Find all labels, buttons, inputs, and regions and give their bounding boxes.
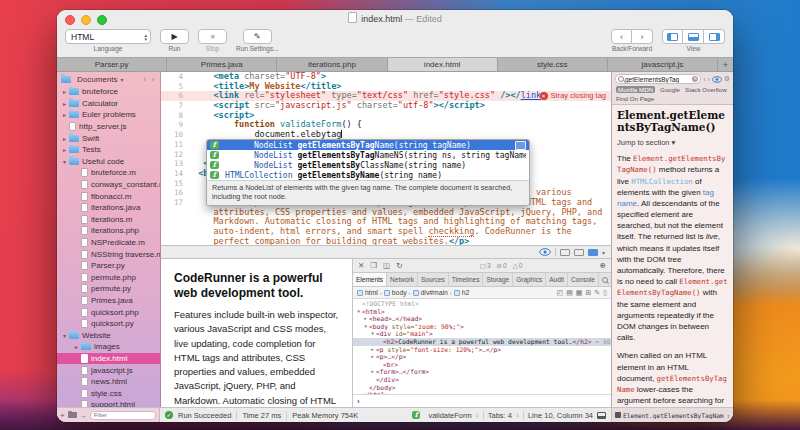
sidebar-item-news.html[interactable]: news.html	[57, 376, 160, 388]
sidebar-item-iterations.php[interactable]: iterations.php	[57, 225, 160, 237]
disclosure-icon[interactable]: ▼	[362, 323, 369, 331]
eye-icon[interactable]	[712, 76, 722, 83]
disclosure-icon[interactable]: ▶	[362, 315, 369, 323]
dom-tree-row[interactable]: ▼<body style="zoom: 90%;">	[353, 323, 611, 331]
tab-javascript.js[interactable]: javascript.js	[608, 58, 718, 71]
chevron-down-icon[interactable]: ▾	[602, 249, 605, 256]
device-icon[interactable]: ▯	[603, 289, 607, 297]
close-inspector-icon[interactable]: ✕	[358, 261, 364, 270]
console-prompt[interactable]: ›	[353, 394, 611, 407]
view-right-panel-button[interactable]	[704, 29, 725, 44]
docs-source-Mozilla MDN[interactable]: Mozilla MDN	[616, 86, 655, 93]
disclosure-icon[interactable]: ▼	[355, 308, 362, 316]
sidebar-item-Parser.py[interactable]: Parser.py	[57, 260, 160, 272]
resources-badge[interactable]: ▢3	[480, 262, 491, 270]
docs-back-button[interactable]: ‹	[703, 76, 705, 83]
filter-field[interactable]	[90, 411, 156, 420]
sidebar-history-buttons[interactable]: ‹ ›	[143, 76, 156, 83]
docs-source-Find On Page[interactable]: Find On Page	[616, 95, 654, 102]
zoom-button[interactable]	[97, 15, 107, 25]
edit-icon[interactable]: ✎	[594, 289, 600, 297]
dom-tree-row[interactable]: ▶<form>…</form>	[353, 368, 611, 376]
docs-search-field[interactable]: ✕	[615, 74, 701, 84]
disclosure-icon[interactable]: ▼	[369, 330, 376, 338]
inspector-tab-Network[interactable]: Network	[387, 273, 418, 286]
code-editor[interactable]: 4 <meta charset="UTF-8">5 <title>My Webs…	[161, 72, 611, 245]
add-file-button[interactable]: +	[60, 411, 65, 420]
search-icon[interactable]	[602, 277, 608, 283]
sidebar-item-conways_constant.m[interactable]: conways_constant.m	[57, 179, 160, 191]
sidebar-item-Website[interactable]: ▾Website	[57, 329, 160, 341]
sidebar-item-index.html[interactable]: index.html	[57, 353, 160, 365]
select-parent-icon[interactable]: ◰	[557, 289, 564, 297]
inspector-tab-Graphics[interactable]: Graphics	[513, 273, 546, 286]
inspector-tab-Storage[interactable]: Storage	[483, 273, 513, 286]
view-bottom-panel-button[interactable]	[683, 29, 704, 44]
grid-icon[interactable]: ⊞	[585, 289, 591, 297]
tab-iterations.php[interactable]: iterations.php	[277, 58, 387, 71]
dom-tree-row[interactable]: </div>	[353, 376, 611, 384]
close-button[interactable]	[65, 15, 75, 25]
new-tab-button[interactable]: +	[718, 58, 733, 71]
sidebar-item-javascript.js[interactable]: javascript.js	[57, 364, 160, 376]
sidebar-item-quicksort.php[interactable]: quicksort.php	[57, 306, 160, 318]
dock-bottom-icon[interactable]: ◫	[383, 261, 390, 270]
toggle-console-icon[interactable]	[597, 412, 606, 419]
tabs-setting[interactable]: Tabs: 4	[488, 411, 512, 420]
docs-link-icon[interactable]	[515, 141, 526, 150]
inspect-element-icon[interactable]: ⊕	[600, 261, 606, 270]
sidebar-item-Useful code[interactable]: ▾Useful code	[57, 156, 160, 168]
reload-icon[interactable]: ↻	[396, 261, 402, 270]
disclosure-icon[interactable]: ▶	[369, 368, 376, 376]
sidebar-item-style.css[interactable]: style.css	[57, 387, 160, 399]
sidebar-item-fibonacci.m[interactable]: fibonacci.m	[57, 190, 160, 202]
disclosure-icon[interactable]: ▶	[369, 346, 376, 354]
layout-split-icon[interactable]	[574, 249, 584, 256]
tab-index.html[interactable]: index.html	[388, 58, 498, 71]
dom-tree-row[interactable]: ▶<p>…</p>	[353, 353, 611, 361]
dom-tree-row[interactable]: ▼<div id="main">	[353, 330, 611, 338]
docs-source-Google[interactable]: Google	[660, 86, 680, 93]
new-folder-button[interactable]	[68, 412, 77, 418]
sidebar-item-Calculator[interactable]: ▸Calculator	[57, 98, 160, 110]
autocomplete-item[interactable]: fNodeListgetElementsByTagName(string tag…	[207, 140, 529, 150]
autocomplete-item[interactable]: fNodeListgetElementsByClassName(string n…	[207, 160, 529, 170]
docs-footer[interactable]: Element.getElementsByTagName() ↕	[612, 408, 733, 422]
layout-single-icon[interactable]	[560, 249, 570, 256]
sidebar-item-http_server.js[interactable]: http_server.js	[57, 121, 160, 133]
sidebar-item-images[interactable]: ▸images	[57, 341, 160, 353]
docs-content[interactable]: Element.getElementsByTagName() Jump to s…	[612, 105, 733, 407]
print-icon[interactable]: ▤	[566, 289, 573, 297]
breadcrumb-item-h2[interactable]: h2	[454, 289, 470, 296]
stop-button[interactable]: ■	[198, 29, 227, 44]
inspector-tab-Elements[interactable]: Elements	[353, 273, 387, 286]
sidebar-item-permute.py[interactable]: permute.py	[57, 283, 160, 295]
breadcrumb-item-html[interactable]: html	[357, 289, 378, 296]
clear-search-icon[interactable]: ✕	[692, 76, 698, 82]
dom-tree-row[interactable]: <h2>CodeRunner is a powerful web develop…	[353, 338, 611, 346]
jump-to-section-link[interactable]: Jump to section ▾	[617, 138, 728, 147]
autocomplete-item[interactable]: fHTMLCollectiongetElementsByName(string …	[207, 170, 529, 180]
back-button[interactable]: ‹	[611, 29, 632, 44]
sidebar-item-support.html[interactable]: support.html	[57, 399, 160, 407]
dom-tree-row[interactable]: ▼<html>	[353, 308, 611, 316]
docs-forward-button[interactable]: ›	[708, 76, 710, 83]
import-button[interactable]: →	[80, 412, 87, 419]
run-settings-button[interactable]: ✎	[243, 29, 272, 44]
tab-Parser.py[interactable]: Parser.py	[57, 58, 167, 71]
sidebar-item-NSString traverse.m[interactable]: NSString traverse.m	[57, 248, 160, 260]
dom-tree-row[interactable]: </body>	[353, 384, 611, 392]
sidebar-item-bruteforce[interactable]: ▸bruteforce	[57, 86, 160, 98]
sidebar-item-Tests[interactable]: ▸Tests	[57, 144, 160, 156]
inspector-tab-Sources[interactable]: Sources	[418, 273, 449, 286]
dom-tree-row[interactable]: ▶<p style="font-size: 120%;">…</p>	[353, 346, 611, 354]
function-navigator[interactable]: validateForm	[428, 411, 471, 420]
sidebar-item-iterations.m[interactable]: iterations.m	[57, 214, 160, 226]
sidebar-item-quicksort.py[interactable]: quicksort.py	[57, 318, 160, 330]
gear-icon[interactable]: ⚙	[724, 75, 730, 83]
layers-icon[interactable]: ▦	[576, 289, 583, 297]
eye-icon[interactable]	[539, 248, 551, 256]
inspector-tab-Timelines[interactable]: Timelines	[449, 273, 484, 286]
detach-window-icon[interactable]: ❐	[370, 261, 377, 270]
layout-console-icon[interactable]	[588, 249, 598, 256]
